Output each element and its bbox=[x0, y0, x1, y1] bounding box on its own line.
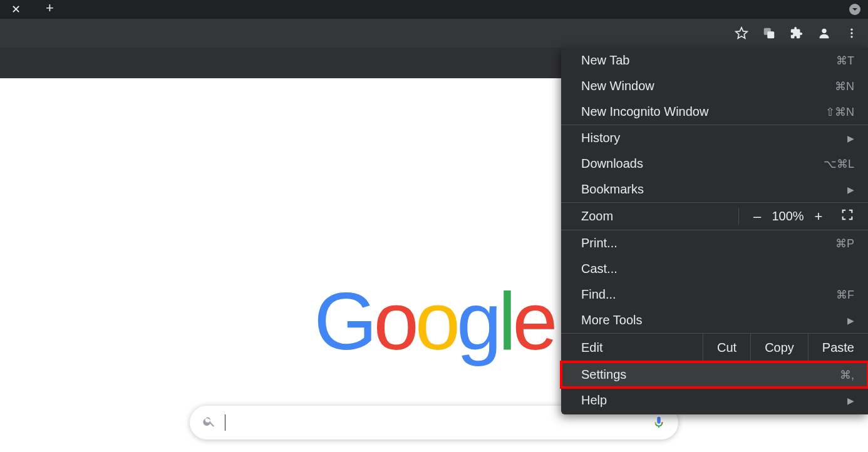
extensions-icon[interactable] bbox=[784, 21, 809, 46]
menu-shortcut: ⇧⌘N bbox=[825, 105, 854, 119]
menu-item-history[interactable]: History ▶ bbox=[561, 125, 868, 151]
text-cursor bbox=[225, 414, 225, 431]
edit-paste-button[interactable]: Paste bbox=[808, 334, 868, 361]
tab-strip: ✕ + bbox=[0, 0, 868, 19]
zoom-label: Zoom bbox=[581, 209, 613, 223]
menu-item-new-window[interactable]: New Window ⌘N bbox=[561, 73, 868, 99]
menu-shortcut: ⌘F bbox=[836, 288, 854, 302]
menu-label: Find... bbox=[581, 287, 616, 302]
menu-label: New Tab bbox=[581, 53, 629, 68]
svg-point-4 bbox=[850, 32, 852, 34]
logo-letter: o bbox=[373, 275, 415, 367]
menu-item-new-incognito[interactable]: New Incognito Window ⇧⌘N bbox=[561, 99, 868, 125]
menu-shortcut: ⌘, bbox=[840, 368, 854, 382]
menu-label: Cast... bbox=[581, 262, 617, 276]
profile-icon[interactable] bbox=[812, 21, 837, 46]
more-menu-icon[interactable] bbox=[839, 21, 864, 46]
menu-item-zoom: Zoom – 100% + bbox=[561, 203, 868, 230]
menu-label: Downloads bbox=[581, 157, 643, 171]
menu-label: New Window bbox=[581, 79, 654, 93]
svg-point-5 bbox=[850, 36, 852, 38]
zoom-in-button[interactable]: + bbox=[808, 208, 829, 225]
google-logo: Google bbox=[314, 274, 554, 368]
menu-shortcut: ⌘T bbox=[836, 54, 854, 68]
window-control-icon[interactable] bbox=[849, 4, 860, 15]
edit-cut-button[interactable]: Cut bbox=[703, 334, 750, 361]
search-input[interactable] bbox=[234, 416, 643, 429]
logo-letter: l bbox=[498, 275, 512, 367]
svg-point-3 bbox=[850, 29, 852, 31]
menu-item-cast[interactable]: Cast... bbox=[561, 256, 868, 282]
menu-item-new-tab[interactable]: New Tab ⌘T bbox=[561, 48, 868, 73]
chevron-right-icon: ▶ bbox=[847, 133, 854, 143]
menu-item-edit: Edit Cut Copy Paste bbox=[561, 334, 868, 361]
new-tab-button[interactable]: + bbox=[27, 1, 61, 18]
translate-icon[interactable] bbox=[757, 21, 782, 46]
menu-label: More Tools bbox=[581, 313, 642, 327]
fullscreen-icon[interactable] bbox=[840, 208, 854, 225]
menu-label: History bbox=[581, 131, 620, 145]
menu-item-downloads[interactable]: Downloads ⌥⌘L bbox=[561, 151, 868, 177]
menu-shortcut: ⌥⌘L bbox=[824, 157, 854, 171]
menu-item-bookmarks[interactable]: Bookmarks ▶ bbox=[561, 177, 868, 202]
logo-letter: e bbox=[512, 275, 554, 367]
menu-shortcut: ⌘P bbox=[835, 237, 854, 250]
voice-search-icon[interactable] bbox=[652, 414, 666, 431]
logo-letter: o bbox=[415, 275, 457, 367]
menu-label: Settings bbox=[581, 367, 626, 382]
menu-item-print[interactable]: Print... ⌘P bbox=[561, 230, 868, 256]
toolbar bbox=[0, 19, 868, 48]
svg-point-2 bbox=[822, 29, 826, 33]
menu-label: Help bbox=[581, 393, 607, 408]
search-icon bbox=[202, 414, 216, 431]
menu-item-settings[interactable]: Settings ⌘, bbox=[561, 362, 868, 388]
more-menu-dropdown: New Tab ⌘T New Window ⌘N New Incognito W… bbox=[561, 48, 868, 414]
menu-label: Bookmarks bbox=[581, 182, 644, 197]
chevron-right-icon: ▶ bbox=[847, 316, 854, 326]
close-tab-icon[interactable]: ✕ bbox=[5, 0, 27, 19]
menu-label: Print... bbox=[581, 236, 617, 250]
menu-shortcut: ⌘N bbox=[835, 80, 854, 93]
bookmark-star-icon[interactable] bbox=[729, 21, 754, 46]
chevron-right-icon: ▶ bbox=[847, 185, 854, 195]
edit-copy-button[interactable]: Copy bbox=[750, 334, 808, 361]
menu-item-help[interactable]: Help ▶ bbox=[561, 388, 868, 413]
logo-letter: G bbox=[314, 275, 373, 367]
svg-rect-1 bbox=[767, 31, 774, 38]
zoom-percent: 100% bbox=[768, 209, 808, 223]
menu-item-find[interactable]: Find... ⌘F bbox=[561, 282, 868, 307]
chevron-right-icon: ▶ bbox=[847, 396, 854, 406]
edit-label: Edit bbox=[581, 341, 602, 355]
menu-item-more-tools[interactable]: More Tools ▶ bbox=[561, 307, 868, 333]
zoom-out-button[interactable]: – bbox=[747, 208, 768, 225]
logo-letter: g bbox=[457, 275, 498, 367]
menu-label: New Incognito Window bbox=[581, 105, 708, 119]
